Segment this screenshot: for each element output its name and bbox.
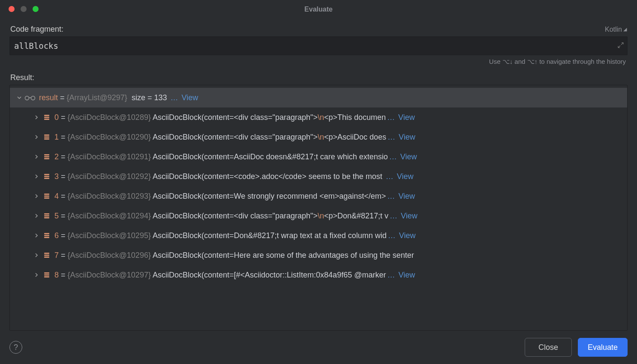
result-item-row[interactable]: 1 = {AsciiDocBlock@10290} AsciiDocBlock(… [10, 127, 627, 147]
field-icon [43, 173, 50, 180]
field-icon [43, 114, 50, 121]
chevron-right-icon[interactable] [31, 154, 42, 159]
footer-buttons: Close Evaluate [525, 338, 628, 357]
dialog-content: Code fragment: Kotlin◢ Use ⌥↓ and ⌥↑ to … [0, 19, 637, 331]
view-link[interactable]: View [400, 152, 417, 161]
chevron-right-icon[interactable] [31, 115, 42, 120]
svg-rect-3 [44, 117, 49, 118]
item-text: 5 = {AsciiDocBlock@10294} AsciiDocBlock(… [54, 212, 623, 221]
code-fragment-input[interactable] [10, 37, 627, 55]
close-button[interactable]: Close [525, 338, 572, 357]
help-button[interactable]: ? [9, 341, 22, 354]
expand-editor-icon[interactable] [618, 42, 624, 50]
field-icon [43, 272, 50, 278]
code-input-wrap [9, 36, 628, 55]
svg-rect-15 [44, 196, 49, 197]
ellipsis: … [387, 271, 395, 279]
ellipsis: … [388, 133, 395, 141]
svg-rect-9 [44, 156, 49, 158]
field-icon [43, 193, 50, 200]
svg-rect-11 [44, 174, 49, 175]
svg-rect-12 [44, 176, 49, 177]
result-item-row[interactable]: 5 = {AsciiDocBlock@10294} AsciiDocBlock(… [10, 206, 627, 226]
code-fragment-label-row: Code fragment: Kotlin◢ [9, 21, 628, 36]
ellipsis: … [386, 172, 394, 181]
chevron-right-icon[interactable] [31, 272, 42, 277]
svg-rect-6 [44, 137, 49, 138]
svg-rect-5 [44, 134, 49, 136]
svg-rect-8 [44, 154, 49, 155]
chevron-right-icon[interactable] [31, 174, 42, 179]
svg-rect-23 [44, 253, 49, 254]
view-link[interactable]: View [399, 231, 416, 240]
item-text: 1 = {AsciiDocBlock@10290} AsciiDocBlock(… [54, 133, 623, 142]
result-item-row[interactable]: 4 = {AsciiDocBlock@10293} AsciiDocBlock(… [10, 186, 627, 206]
svg-point-1 [31, 96, 35, 100]
svg-rect-17 [44, 213, 49, 215]
result-item-row[interactable]: 6 = {AsciiDocBlock@10295} AsciiDocBlock(… [10, 226, 627, 245]
ellipsis: … [387, 113, 395, 122]
field-icon [43, 232, 50, 239]
svg-rect-26 [44, 272, 49, 274]
result-item-row[interactable]: 8 = {AsciiDocBlock@10297} AsciiDocBlock(… [10, 265, 627, 285]
svg-rect-21 [44, 235, 49, 236]
history-hint: Use ⌥↓ and ⌥↑ to navigate through the hi… [9, 57, 628, 69]
result-item-row[interactable]: 0 = {AsciiDocBlock@10289} AsciiDocBlock(… [10, 107, 627, 127]
item-text: 0 = {AsciiDocBlock@10289} AsciiDocBlock(… [54, 113, 623, 122]
code-fragment-label: Code fragment: [10, 25, 63, 34]
item-text: 8 = {AsciiDocBlock@10297} AsciiDocBlock(… [54, 271, 623, 280]
svg-rect-20 [44, 233, 49, 234]
chevron-right-icon[interactable] [31, 233, 42, 238]
evaluate-button[interactable]: Evaluate [578, 338, 628, 357]
svg-point-0 [25, 96, 29, 100]
field-icon [43, 212, 50, 219]
view-link[interactable]: View [398, 271, 415, 279]
svg-rect-22 [44, 237, 49, 238]
result-root-text: result = {ArrayList@9297} size = 133 … V… [39, 93, 623, 102]
chevron-right-icon[interactable] [31, 134, 42, 140]
view-link[interactable]: View [397, 172, 414, 181]
titlebar: Evaluate [0, 0, 637, 19]
dialog-footer: ? Close Evaluate [0, 331, 637, 364]
view-link[interactable]: View [182, 93, 198, 102]
chevron-down-icon[interactable] [14, 95, 24, 100]
ellipsis: … [389, 152, 397, 161]
result-item-row[interactable]: 2 = {AsciiDocBlock@10291} AsciiDocBlock(… [10, 147, 627, 167]
language-selector[interactable]: Kotlin◢ [605, 26, 627, 33]
svg-rect-16 [44, 197, 49, 199]
chevron-right-icon[interactable] [31, 213, 42, 218]
close-window-button[interactable] [9, 6, 15, 12]
svg-rect-27 [44, 274, 49, 276]
svg-rect-2 [44, 115, 49, 116]
minimize-window-button[interactable] [21, 6, 27, 12]
chevron-right-icon[interactable] [31, 194, 42, 199]
ellipsis: … [390, 212, 397, 220]
ellipsis: … [387, 192, 395, 200]
chevron-right-icon[interactable] [31, 253, 42, 258]
item-text: 6 = {AsciiDocBlock@10295} AsciiDocBlock(… [54, 231, 623, 240]
maximize-window-button[interactable] [33, 6, 39, 12]
item-text: 4 = {AsciiDocBlock@10293} AsciiDocBlock(… [54, 192, 623, 201]
svg-rect-7 [44, 138, 49, 140]
view-link[interactable]: View [399, 133, 415, 141]
view-link[interactable]: View [398, 113, 415, 122]
window-title: Evaluate [304, 6, 333, 13]
svg-rect-25 [44, 257, 49, 258]
window-controls [9, 6, 39, 12]
ellipsis: … [388, 231, 396, 240]
svg-rect-18 [44, 215, 49, 217]
result-item-row[interactable]: 7 = {AsciiDocBlock@10296} AsciiDocBlock(… [10, 245, 627, 265]
view-link[interactable]: View [401, 212, 418, 220]
field-icon [43, 252, 50, 259]
result-root-row[interactable]: result = {ArrayList@9297} size = 133 … V… [10, 88, 627, 107]
view-link[interactable]: View [398, 192, 415, 200]
svg-rect-24 [44, 255, 49, 256]
result-item-row[interactable]: 3 = {AsciiDocBlock@10292} AsciiDocBlock(… [10, 167, 627, 186]
result-label: Result: [9, 69, 628, 85]
result-tree: result = {ArrayList@9297} size = 133 … V… [9, 85, 628, 331]
svg-rect-14 [44, 194, 49, 195]
svg-rect-10 [44, 158, 49, 159]
item-text: 7 = {AsciiDocBlock@10296} AsciiDocBlock(… [54, 251, 623, 260]
svg-rect-13 [44, 178, 49, 179]
field-icon [43, 153, 50, 160]
